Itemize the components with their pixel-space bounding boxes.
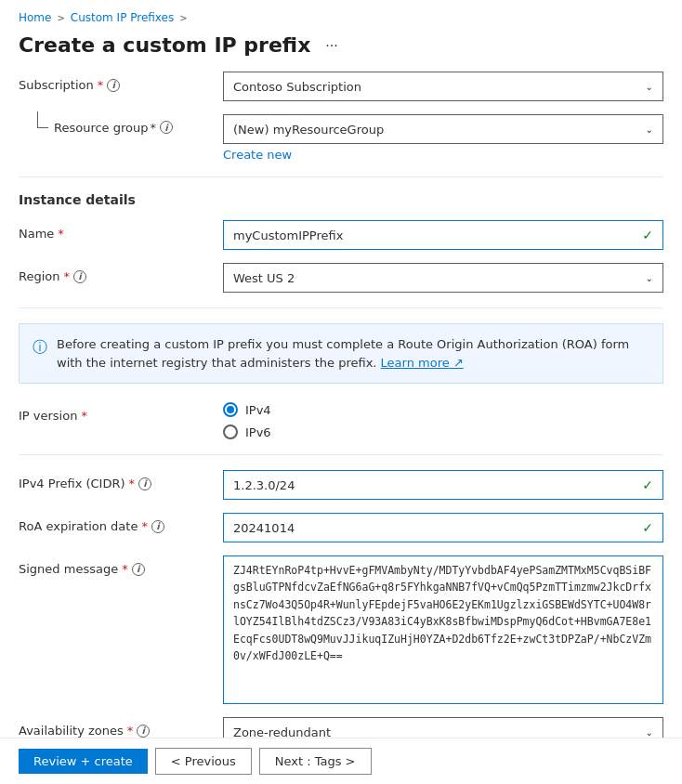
- name-required: *: [58, 227, 64, 241]
- subscription-chevron: ⌄: [646, 82, 653, 92]
- breadcrumb-custom-ip[interactable]: Custom IP Prefixes: [71, 11, 174, 24]
- page-title: Create a custom IP prefix: [19, 33, 310, 57]
- subscription-control: Contoso Subscription ⌄: [223, 72, 663, 101]
- roa-expiration-row: RoA expiration date * i 20241014 ✓: [19, 513, 663, 542]
- rg-info-icon[interactable]: i: [160, 121, 173, 134]
- roa-expiration-control: 20241014 ✓: [223, 513, 663, 542]
- ipv4-radio[interactable]: [223, 402, 238, 417]
- roa-check-icon: ✓: [642, 520, 653, 535]
- signed-msg-required: *: [122, 562, 128, 576]
- ip-version-radio-group: IPv4 IPv6: [223, 402, 663, 439]
- region-label: Region * i: [19, 263, 223, 283]
- ipv4-prefix-row: IPv4 Prefix (CIDR) * i 1.2.3.0/24 ✓: [19, 470, 663, 500]
- ipv6-radio[interactable]: [223, 425, 238, 439]
- create-new-link[interactable]: Create new: [223, 148, 663, 162]
- roa-expiration-input[interactable]: 20241014 ✓: [223, 513, 663, 542]
- resource-group-control: (New) myResourceGroup ⌄ Create new: [223, 114, 663, 162]
- region-required: *: [64, 269, 71, 283]
- roa-required: *: [141, 519, 148, 533]
- roa-expiration-label: RoA expiration date * i: [19, 513, 223, 533]
- subscription-row: Subscription * i Contoso Subscription ⌄: [19, 72, 663, 101]
- ipv4-prefix-check-icon: ✓: [642, 477, 653, 492]
- subscription-label: Subscription * i: [19, 72, 223, 92]
- name-label: Name *: [19, 220, 223, 241]
- ipv4-prefix-control: 1.2.3.0/24 ✓: [223, 470, 663, 500]
- az-info-icon[interactable]: i: [137, 725, 150, 738]
- learn-more-link[interactable]: Learn more ↗: [381, 356, 464, 370]
- breadcrumb: Home > Custom IP Prefixes >: [0, 0, 682, 30]
- signed-message-row: Signed message * i ZJ4RtEYnRoP4tp+HvvE+g…: [19, 555, 663, 704]
- region-row: Region * i West US 2 ⌄: [19, 263, 663, 293]
- region-select[interactable]: West US 2 ⌄: [223, 263, 663, 293]
- subscription-required: *: [98, 78, 104, 92]
- breadcrumb-home[interactable]: Home: [19, 11, 51, 24]
- previous-button[interactable]: < Previous: [155, 748, 252, 775]
- ipv4-prefix-input[interactable]: 1.2.3.0/24 ✓: [223, 470, 663, 500]
- name-check-icon: ✓: [642, 228, 653, 242]
- signed-message-label: Signed message * i: [19, 555, 223, 576]
- info-banner-text: Before creating a custom IP prefix you m…: [57, 335, 649, 372]
- signed-msg-info-icon[interactable]: i: [132, 563, 145, 576]
- breadcrumb-sep1: >: [57, 13, 64, 23]
- rg-required: *: [151, 121, 157, 135]
- az-chevron: ⌄: [646, 727, 653, 738]
- subscription-select[interactable]: Contoso Subscription ⌄: [223, 72, 663, 101]
- ip-version-control: IPv4 IPv6: [223, 402, 663, 439]
- subscription-info-icon[interactable]: i: [107, 79, 120, 92]
- resource-group-label: Resource group: [54, 121, 149, 135]
- name-row: Name * myCustomIPPrefix ✓: [19, 220, 663, 250]
- ipv6-option[interactable]: IPv6: [223, 425, 663, 439]
- rg-chevron: ⌄: [646, 124, 653, 135]
- ipv4-option[interactable]: IPv4: [223, 402, 663, 417]
- region-info-icon[interactable]: i: [73, 270, 86, 283]
- ipv4-prefix-label: IPv4 Prefix (CIDR) * i: [19, 470, 223, 490]
- signed-message-textarea[interactable]: ZJ4RtEYnRoP4tp+HvvE+gFMVAmbyNty/MDTyYvbd…: [223, 555, 663, 704]
- ip-version-required: *: [81, 409, 87, 423]
- footer-bar: Review + create < Previous Next : Tags >: [0, 738, 682, 784]
- review-create-button[interactable]: Review + create: [19, 749, 148, 774]
- breadcrumb-sep2: >: [179, 13, 187, 23]
- instance-details-title: Instance details: [19, 192, 663, 207]
- ellipsis-button[interactable]: ···: [320, 35, 343, 56]
- resource-group-select[interactable]: (New) myResourceGroup ⌄: [223, 114, 663, 144]
- availability-zones-label: Availability zones * i: [19, 717, 223, 738]
- roa-info-icon[interactable]: i: [151, 520, 164, 533]
- name-input[interactable]: myCustomIPPrefix ✓: [223, 220, 663, 250]
- ip-version-row: IP version * IPv4 IPv6: [19, 402, 663, 439]
- region-chevron: ⌄: [646, 273, 653, 283]
- info-banner: ⓘ Before creating a custom IP prefix you…: [19, 323, 663, 384]
- name-control: myCustomIPPrefix ✓: [223, 220, 663, 250]
- ipv4-prefix-info-icon[interactable]: i: [138, 477, 151, 490]
- signed-message-value: ZJ4RtEYnRoP4tp+HvvE+gFMVAmbyNty/MDTyYvbd…: [233, 564, 651, 662]
- region-control: West US 2 ⌄: [223, 263, 663, 293]
- ip-version-label: IP version *: [19, 402, 223, 423]
- info-banner-icon: ⓘ: [33, 336, 47, 372]
- signed-message-control: ZJ4RtEYnRoP4tp+HvvE+gFMVAmbyNty/MDTyYvbd…: [223, 555, 663, 704]
- ipv4-prefix-required: *: [129, 477, 136, 490]
- az-required: *: [127, 724, 134, 738]
- next-button[interactable]: Next : Tags >: [259, 748, 372, 775]
